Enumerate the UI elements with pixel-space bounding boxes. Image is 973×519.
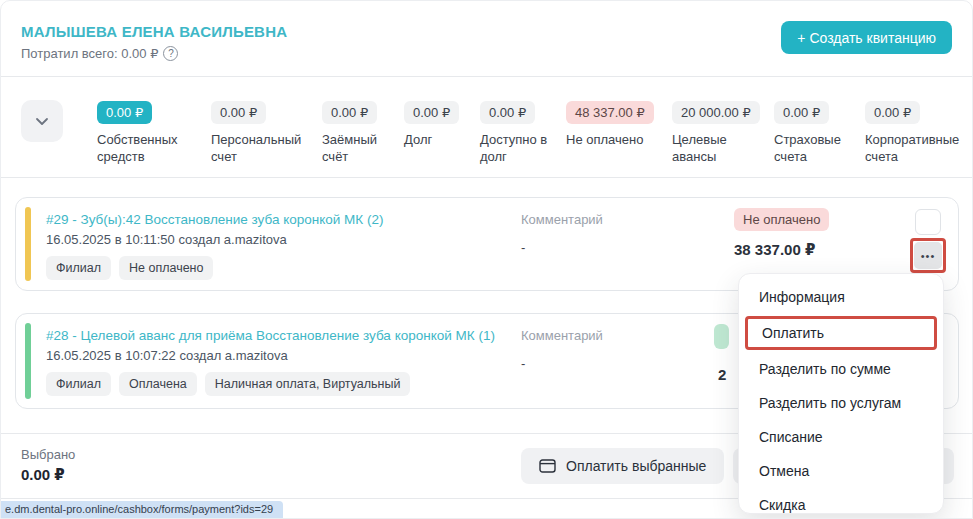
account-personal: 0.00 ₽ Персональный счет [211, 101, 308, 165]
account-value-badge: 0.00 ₽ [404, 101, 459, 124]
payment-card-icon [539, 459, 556, 473]
account-label: Страховые счета [774, 131, 851, 165]
receipt-created-text: 16.05.2025 в 10:11:50 создал a.mazitova [46, 232, 287, 247]
receipt-tag: Не оплачено [119, 256, 213, 280]
menu-item-pay[interactable]: Оплатить [748, 319, 934, 347]
account-label: Корпоративные счета [865, 131, 967, 165]
receipt-accent-bar [25, 207, 31, 281]
accounts-summary: 0.00 ₽ Собственных средств 0.00 ₽ Персон… [1, 77, 972, 177]
account-label: Долг [404, 131, 466, 148]
comment-label: Комментарий [521, 212, 603, 227]
collapse-summary-button[interactable] [21, 100, 63, 142]
menu-item-split-by-services[interactable]: Разделить по услугам [739, 386, 943, 420]
menu-item-write-off[interactable]: Списание [739, 420, 943, 454]
selected-amount: 0.00 ₽ [21, 466, 65, 484]
receipt-tag: Наличная оплата, Виртуальный [205, 372, 411, 396]
account-corporate: 0.00 ₽ Корпоративные счета [865, 101, 967, 165]
account-value-badge: 20 000.00 ₽ [672, 101, 760, 124]
receipt-status-badge: Не оплачено [734, 208, 829, 231]
account-loan: 0.00 ₽ Заёмный счёт [322, 101, 390, 165]
account-target-advances: 20 000.00 ₽ Целевые авансы [672, 101, 760, 165]
comment-label: Комментарий [521, 328, 603, 343]
receipt-tag: Филиал [46, 256, 111, 280]
spent-total-label: Потратил всего: 0.00 ₽ [21, 46, 158, 61]
account-value-badge: 0.00 ₽ [480, 101, 535, 124]
menu-item-information[interactable]: Информация [739, 280, 943, 314]
receipt-context-menu: Информация Оплатить Разделить по сумме Р… [738, 273, 944, 514]
receipt-created-text: 16.05.2025 в 10:07:22 создал a.mazitova [46, 348, 288, 363]
create-receipt-button[interactable]: + Создать квитанцию [781, 21, 952, 54]
select-receipt-checkbox[interactable] [915, 209, 941, 235]
chevron-down-icon [34, 113, 50, 129]
account-value-badge: 0.00 ₽ [97, 101, 152, 124]
pay-selected-label: Оплатить выбранные [566, 458, 706, 474]
link-preview-statusbar: e.dm.dental-pro.online/cashbox/forms/pay… [1, 501, 283, 518]
account-debt: 0.00 ₽ Долг [404, 101, 466, 148]
receipt-status-badge-partial [714, 324, 729, 349]
account-value-badge: 0.00 ₽ [865, 101, 920, 124]
account-label: Собственных средств [97, 131, 197, 165]
more-options-button[interactable]: ••• [914, 242, 942, 269]
account-value-badge: 0.00 ₽ [211, 101, 266, 124]
menu-item-split-by-amount[interactable]: Разделить по сумме [739, 352, 943, 386]
account-insurance: 0.00 ₽ Страховые счета [774, 101, 851, 165]
account-own-funds: 0.00 ₽ Собственных средств [97, 101, 197, 165]
account-label: Доступно в долг [480, 131, 552, 165]
patient-header: МАЛЫШЕВА ЕЛЕНА ВАСИЛЬЕВНА Потратил всего… [1, 1, 972, 76]
receipt-title-link[interactable]: #28 - Целевой аванс для приёма Восстанов… [46, 328, 495, 343]
receipt-tag: Филиал [46, 372, 111, 396]
patient-name-link[interactable]: МАЛЫШЕВА ЕЛЕНА ВАСИЛЬЕВНА [21, 23, 287, 40]
summary-divider [1, 177, 972, 178]
receipt-title-link[interactable]: #29 - Зуб(ы):42 Восстановление зуба коро… [46, 212, 383, 227]
pay-selected-button[interactable]: Оплатить выбранные [521, 448, 724, 484]
annotation-highlight-pay: Оплатить [745, 316, 937, 350]
account-value-badge: 0.00 ₽ [774, 101, 829, 124]
account-label: Целевые авансы [672, 131, 760, 165]
account-label: Персональный счет [211, 131, 308, 165]
menu-item-discount[interactable]: Скидка [739, 488, 943, 519]
annotation-highlight-more-button: ••• [910, 238, 946, 273]
comment-value: - [521, 240, 603, 255]
help-icon[interactable]: ? [163, 46, 178, 61]
receipt-amount: 38 337.00 ₽ [734, 241, 829, 259]
cashbox-page: МАЛЫШЕВА ЕЛЕНА ВАСИЛЬЕВНА Потратил всего… [0, 0, 973, 519]
receipt-tag: Оплачена [119, 372, 197, 396]
account-unpaid: 48 337.00 ₽ Не оплачено [566, 101, 658, 148]
account-value-badge: 0.00 ₽ [322, 101, 377, 124]
menu-item-cancel[interactable]: Отмена [739, 454, 943, 488]
receipt-amount-partial: 2 [718, 366, 729, 383]
account-value-badge: 48 337.00 ₽ [566, 101, 654, 124]
account-label: Не оплачено [566, 131, 658, 148]
receipt-accent-bar [25, 323, 31, 399]
selected-label: Выбрано [21, 447, 75, 462]
comment-value: - [521, 356, 603, 371]
account-available-debt: 0.00 ₽ Доступно в долг [480, 101, 552, 165]
account-label: Заёмный счёт [322, 131, 390, 165]
